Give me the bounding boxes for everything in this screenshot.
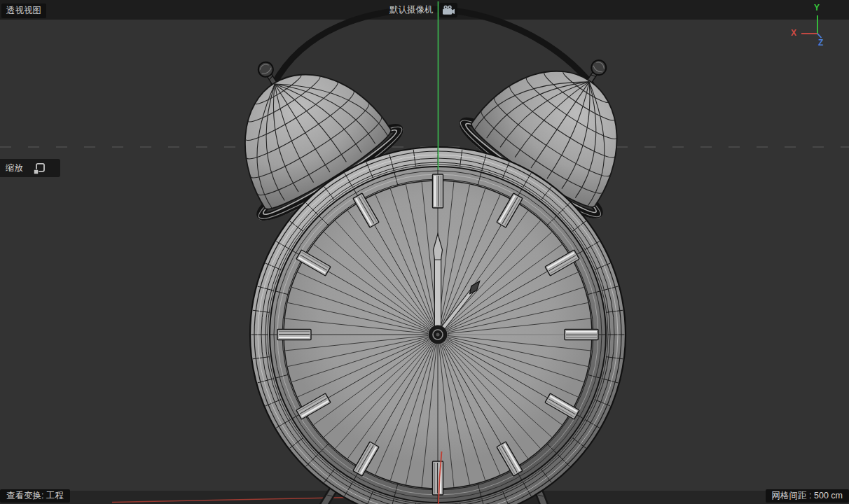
camera-icon xyxy=(442,5,455,15)
axis-label-x: X xyxy=(791,28,796,38)
camera-label: 默认摄像机 xyxy=(389,6,434,15)
clock-hub xyxy=(429,326,448,344)
hour-marker xyxy=(433,174,443,208)
axis-label-z: Z xyxy=(818,38,823,48)
camera-name-text: 默认摄像机 xyxy=(389,5,434,15)
axis-gizmo: Y X Z xyxy=(786,1,836,48)
view-transform-text: 查看变换: 工程 xyxy=(6,491,64,500)
view-mode-text: 透视视图 xyxy=(6,6,41,15)
scale-icon xyxy=(33,162,46,175)
hour-marker xyxy=(277,330,311,340)
active-tool-label: 缩放 xyxy=(6,164,23,173)
axis-label-y: Y xyxy=(814,3,820,13)
active-tool-chip[interactable]: 缩放 xyxy=(0,159,60,177)
viewport-window: { "topbar": { "view_label": "透视视图", "cam… xyxy=(0,0,849,504)
world-x-axis-line xyxy=(112,498,353,503)
grid-spacing-status: 网格间距 : 500 cm xyxy=(766,489,849,503)
minute-hand xyxy=(434,234,443,335)
camera-icon-button[interactable] xyxy=(439,3,457,18)
view-mode-label: 透视视图 xyxy=(1,4,46,18)
clock-body[interactable] xyxy=(250,147,626,504)
scene-canvas[interactable] xyxy=(0,0,849,504)
hour-marker xyxy=(433,461,443,495)
view-transform-status: 查看变换: 工程 xyxy=(0,489,70,503)
hour-marker xyxy=(565,330,598,340)
grid-spacing-text: 网格间距 : 500 cm xyxy=(772,491,843,500)
axis-gizmo-lines xyxy=(786,1,836,48)
